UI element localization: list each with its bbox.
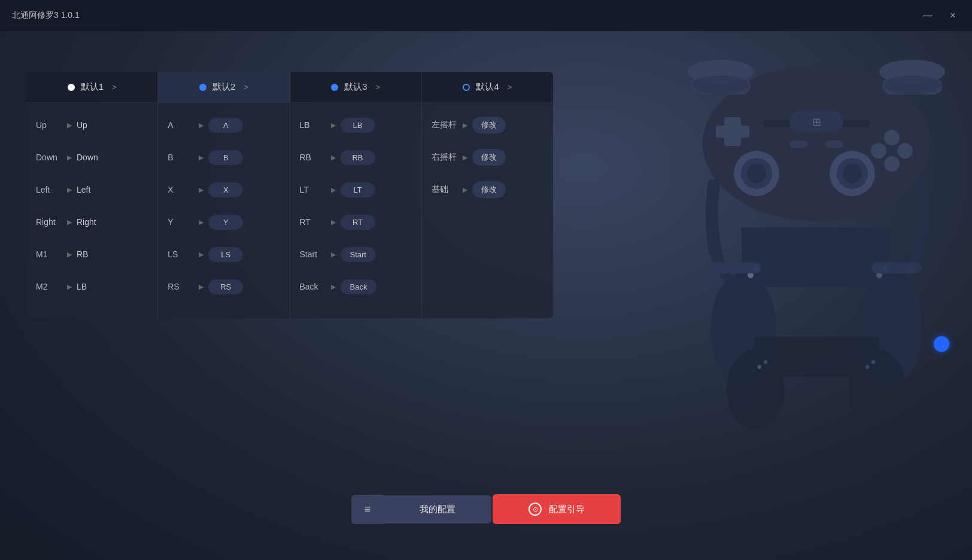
map-value-rs[interactable]: RS (208, 279, 243, 294)
arrow-lb: ▶ (331, 121, 336, 129)
map-label-lstick: 左摇杆 (432, 120, 458, 130)
map-row-m1: M1 ▶ RB (26, 238, 157, 270)
arrow-up: ▶ (67, 121, 72, 129)
arrow-rs: ▶ (199, 283, 203, 291)
map-row-up: Up ▶ Up (26, 109, 157, 141)
tab-default4[interactable]: 默认4 > (422, 72, 553, 102)
map-value-up: Up (77, 120, 87, 130)
map-label-m1: M1 (36, 249, 62, 259)
map-row-lt: LT ▶ LT (290, 174, 421, 206)
map-row-rstick: 右摇杆 ▶ 修改 (422, 141, 553, 174)
map-row-b: B ▶ B (158, 141, 289, 174)
map-value-m2: LB (77, 282, 87, 291)
arrow-y: ▶ (199, 218, 203, 226)
map-label-rt: RT (300, 217, 326, 227)
tab-default3[interactable]: 默认3 > (290, 72, 422, 102)
controller-illustration: ⊞ (673, 48, 960, 467)
mapping-container: 默认1 > 默认2 > 默认3 > 默认4 > Up ▶ Up (26, 72, 553, 318)
map-value-m1: RB (77, 249, 88, 259)
map-value-rb[interactable]: RB (341, 150, 375, 165)
my-config-button[interactable]: 我的配置 (384, 495, 491, 524)
svg-rect-39 (871, 262, 921, 273)
arrow-rb: ▶ (331, 154, 336, 162)
svg-rect-20 (789, 141, 807, 148)
map-value-a[interactable]: A (208, 118, 243, 133)
arrow-start: ▶ (331, 251, 336, 258)
app-title: 北通阿修罗3 1.0.1 (12, 10, 80, 21)
map-label-ls: LS (168, 249, 194, 259)
svg-point-34 (758, 365, 762, 369)
map-row-x: X ▶ X (158, 174, 289, 206)
svg-rect-33 (754, 337, 879, 377)
tab4-dot (463, 84, 470, 91)
map-row-rs: RS ▶ RS (158, 270, 289, 303)
map-label-lt: LT (300, 185, 326, 194)
svg-point-10 (747, 164, 766, 183)
svg-point-29 (692, 75, 749, 95)
tab1-dot (68, 84, 75, 91)
arrow-ls: ▶ (199, 251, 203, 258)
titlebar: 北通阿修罗3 1.0.1 — × (0, 0, 972, 31)
map-label-start: Start (300, 249, 326, 259)
tab2-dot (199, 84, 206, 91)
map-label-up: Up (36, 120, 62, 130)
map-label-rb: RB (300, 153, 326, 162)
svg-point-35 (764, 360, 768, 364)
minimize-button[interactable]: — (921, 8, 935, 23)
map-value-x[interactable]: X (208, 182, 243, 197)
map-label-x: X (168, 185, 194, 194)
tab4-label: 默认4 (476, 81, 499, 93)
tab2-arrow: > (244, 83, 248, 92)
window-controls: — × (921, 8, 960, 23)
cursor-dot (934, 336, 949, 352)
col-advanced: 左摇杆 ▶ 修改 右摇杆 ▶ 修改 基础 ▶ 修改 (422, 103, 553, 318)
arrow-back: ▶ (331, 283, 336, 291)
map-value-lb[interactable]: LB (341, 118, 375, 133)
svg-point-37 (871, 360, 876, 364)
close-button[interactable]: × (946, 8, 960, 23)
map-value-b[interactable]: B (208, 150, 243, 165)
tab3-dot (331, 84, 338, 91)
map-label-right: Right (36, 217, 62, 227)
col-dpad: Up ▶ Up Down ▶ Down Left ▶ Left Right ▶ … (26, 103, 158, 318)
svg-point-13 (843, 164, 862, 183)
col-face: A ▶ A B ▶ B X ▶ X Y ▶ Y LS ▶ LS (158, 103, 290, 318)
map-row-left: Left ▶ Left (26, 174, 157, 206)
map-value-rt[interactable]: RT (341, 215, 375, 230)
map-value-lt[interactable]: LT (341, 182, 375, 197)
map-value-start[interactable]: Start (341, 247, 376, 262)
map-value-y[interactable]: Y (208, 215, 243, 230)
modify-rstick-button[interactable]: 修改 (472, 149, 506, 166)
map-value-down: Down (77, 153, 98, 162)
config-guide-button[interactable]: ⊙ 配置引导 (493, 494, 621, 524)
arrow-basic: ▶ (463, 186, 467, 194)
svg-point-16 (884, 130, 900, 145)
map-value-back[interactable]: Back (341, 279, 377, 294)
tab3-arrow: > (376, 83, 381, 92)
svg-point-36 (865, 365, 870, 369)
modify-lstick-button[interactable]: 修改 (472, 117, 506, 133)
svg-point-30 (883, 75, 941, 95)
columns-row: Up ▶ Up Down ▶ Down Left ▶ Left Right ▶ … (26, 103, 553, 318)
map-row-rb: RB ▶ RB (290, 141, 421, 174)
tab1-label: 默认1 (81, 81, 104, 93)
bottom-bar: ≡ 我的配置 ⊙ 配置引导 (0, 494, 972, 524)
map-row-a: A ▶ A (158, 109, 289, 141)
map-row-right: Right ▶ Right (26, 206, 157, 238)
arrow-a: ▶ (199, 121, 203, 129)
svg-rect-38 (712, 262, 761, 273)
tab-default2[interactable]: 默认2 > (158, 72, 290, 102)
map-row-ls: LS ▶ LS (158, 238, 289, 270)
map-value-left: Left (77, 185, 90, 194)
arrow-rt: ▶ (331, 218, 336, 226)
tab-default1[interactable]: 默认1 > (26, 72, 158, 102)
svg-rect-15 (724, 117, 741, 146)
menu-button[interactable]: ≡ (351, 495, 384, 524)
map-row-lstick: 左摇杆 ▶ 修改 (422, 109, 553, 141)
map-label-rstick: 右摇杆 (432, 152, 458, 163)
svg-text:⊞: ⊞ (812, 116, 821, 128)
modify-basic-button[interactable]: 修改 (472, 181, 506, 198)
map-value-ls[interactable]: LS (208, 247, 243, 262)
arrow-left: ▶ (67, 186, 72, 194)
tab2-label: 默认2 (212, 81, 235, 93)
